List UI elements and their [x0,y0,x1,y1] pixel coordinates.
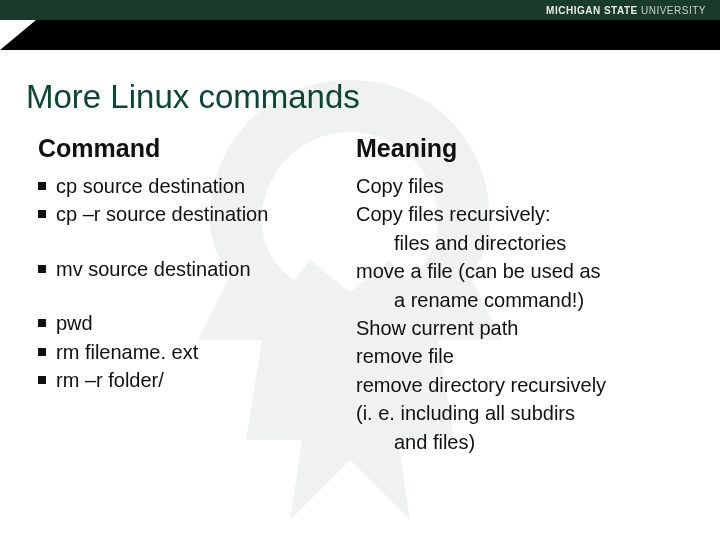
meaning-text: Copy files [356,173,698,199]
brand-text: MICHIGAN STATE UNIVERSITY [546,5,706,16]
meaning-text: move a file (can be used as [356,258,698,284]
command-header: Command [38,134,356,163]
command-column: Command cp source destination cp –r sour… [26,134,356,457]
list-item: cp source destination [38,173,356,199]
meaning-text: files and directories [356,230,698,256]
slide-title: More Linux commands [26,78,698,116]
slide-content: More Linux commands Command cp source de… [0,50,720,457]
list-item: cp –r source destination [38,201,356,227]
corner-decoration [0,20,36,50]
meaning-text: a rename command!) [356,287,698,313]
meaning-column: Meaning Copy files Copy files recursivel… [356,134,698,457]
bullet-icon [38,210,46,218]
header-bar: MICHIGAN STATE UNIVERSITY [0,0,720,20]
meaning-text: and files) [356,429,698,455]
list-item: rm –r folder/ [38,367,356,393]
meaning-text: remove file [356,343,698,369]
meaning-header: Meaning [356,134,698,163]
bullet-icon [38,376,46,384]
meaning-text: (i. e. including all subdirs [356,400,698,426]
meaning-text: remove directory recursively [356,372,698,398]
meaning-text: Copy files recursively: [356,201,698,227]
bullet-icon [38,265,46,273]
meaning-text: Show current path [356,315,698,341]
list-item: pwd [38,310,356,336]
bullet-icon [38,182,46,190]
list-item: mv source destination [38,256,356,282]
bullet-icon [38,319,46,327]
bullet-icon [38,348,46,356]
list-item: rm filename. ext [38,339,356,365]
command-table: Command cp source destination cp –r sour… [26,134,698,457]
title-bar [0,20,720,50]
